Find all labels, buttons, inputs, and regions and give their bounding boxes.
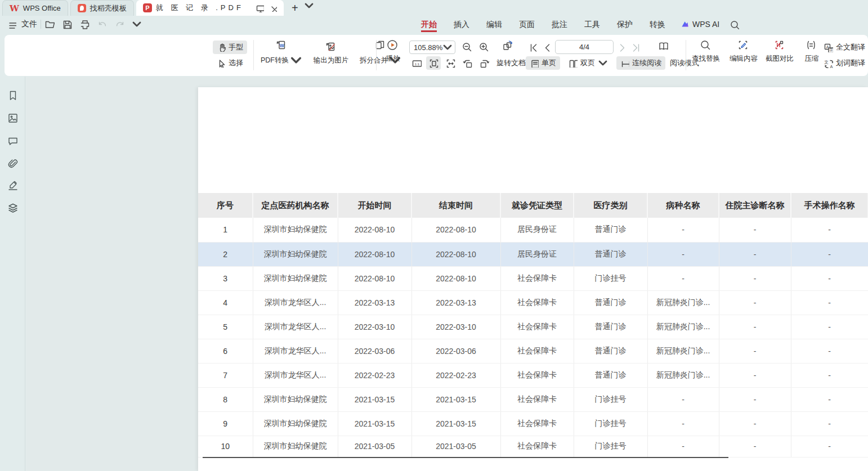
menu-bar: 文件 开始 插入 编辑 页面 批注 工具 保护 转换 WP <box>0 16 868 33</box>
tab-list-chevron-icon[interactable] <box>304 1 314 11</box>
full-translate-button[interactable]: A字 全文翻译 <box>820 41 868 54</box>
monitor-icon[interactable] <box>256 4 264 12</box>
close-tab-icon[interactable] <box>270 5 277 12</box>
table-row: 10深圳市妇幼保健院2021-03-052021-03-05社会保障卡门诊挂号-… <box>198 436 868 457</box>
table-cell: 深圳市妇幼保健院 <box>253 242 338 266</box>
menu-item-edit[interactable]: 编辑 <box>478 16 511 33</box>
open-folder-icon[interactable] <box>44 19 55 29</box>
thumbnail-icon[interactable] <box>7 113 18 123</box>
column-header: 医疗类别 <box>574 193 647 218</box>
find-replace-icon <box>700 39 712 52</box>
select-tool-button[interactable]: 选择 <box>213 56 247 70</box>
next-page-button[interactable] <box>615 41 628 54</box>
layers-icon[interactable] <box>7 203 18 213</box>
new-tab-button[interactable]: + <box>292 0 298 16</box>
hand-tool-button[interactable]: 手型 <box>213 41 247 54</box>
svg-text:A: A <box>830 64 833 68</box>
attachment-icon[interactable] <box>7 158 18 169</box>
single-page-button[interactable]: 单页 <box>526 56 560 70</box>
file-menu[interactable]: 文件 <box>21 19 37 29</box>
tab-bar: W WPS Office 找稻壳模板 P 就 医 记 录 .PDF + <box>0 0 868 16</box>
redo-icon[interactable] <box>114 19 124 29</box>
table-cell: - <box>791 411 868 436</box>
menu-item-insert[interactable]: 插入 <box>445 16 478 33</box>
double-page-button[interactable]: 双页 <box>565 56 612 70</box>
table-cell: 2022-08-10 <box>338 218 411 242</box>
hamburger-icon[interactable] <box>8 20 16 29</box>
prev-page-button[interactable] <box>541 41 553 54</box>
fit-width-button[interactable] <box>443 56 458 70</box>
document-viewport[interactable]: 序号定点医药机构名称开始时间结束时间就诊凭证类型医疗类别病种名称住院主诊断名称手… <box>26 77 868 471</box>
table-cell: 2 <box>198 242 253 266</box>
menu-item-protect[interactable]: 保护 <box>609 16 641 33</box>
menu-item-home[interactable]: 开始 <box>413 16 445 33</box>
pdf-convert-icon: W <box>275 39 288 52</box>
undo-icon[interactable] <box>97 19 107 29</box>
play-button[interactable]: 播放 <box>381 39 405 64</box>
table-cell: 2022-08-10 <box>411 218 500 242</box>
menu-item-tools[interactable]: 工具 <box>576 16 609 33</box>
tab-document[interactable]: P 就 医 记 录 .PDF <box>136 0 284 16</box>
bookmark-icon[interactable] <box>7 90 18 101</box>
table-cell: - <box>647 266 719 290</box>
search-icon[interactable] <box>730 20 739 29</box>
word-translate-icon: 文A <box>824 59 833 68</box>
table-body: 1深圳市妇幼保健院2022-08-102022-08-10居民身份证普通门诊--… <box>198 218 868 457</box>
table-cell: 10 <box>198 436 253 457</box>
tab-wps-office[interactable]: W WPS Office <box>2 0 68 16</box>
menu-item-page[interactable]: 页面 <box>511 16 543 33</box>
fit-page-button[interactable] <box>426 56 441 70</box>
zoom-level-select[interactable]: 105.88% <box>409 41 455 54</box>
quick-tools-chevron-icon[interactable] <box>132 19 142 29</box>
divider <box>376 40 377 70</box>
page-indicator-input[interactable]: 4/4 <box>555 40 614 54</box>
menu-item-comment[interactable]: 批注 <box>543 16 576 33</box>
export-image-button[interactable]: 输出为图片 <box>307 39 355 66</box>
table-cell: - <box>719 436 791 457</box>
document-title: 就 医 记 录 .PDF <box>156 3 244 13</box>
signature-icon[interactable] <box>7 180 18 191</box>
print-icon[interactable] <box>79 19 90 29</box>
zoom-in-icon[interactable] <box>478 42 489 52</box>
table-cell: 普通门诊 <box>574 315 647 339</box>
menu-item-wps-ai[interactable]: WPS AI <box>681 20 719 29</box>
table-cell: 社会保障卡 <box>500 436 574 457</box>
first-page-icon <box>528 42 538 52</box>
table-cell: 普通门诊 <box>574 363 647 387</box>
table-row: 5深圳市龙华区人...2022-03-102022-03-10社会保障卡普通门诊… <box>198 315 868 339</box>
table-cell: 社会保障卡 <box>500 290 574 315</box>
table-cell: 2022-03-06 <box>411 339 500 363</box>
last-page-icon <box>630 42 641 52</box>
rotate-right-button[interactable] <box>477 56 491 70</box>
save-icon[interactable] <box>62 19 72 29</box>
word-translate-button[interactable]: 文A 划词翻译 <box>820 56 868 70</box>
zoom-out-icon[interactable] <box>462 42 472 52</box>
edit-content-button[interactable]: 编辑内容 <box>726 39 761 64</box>
rotate-left-icon <box>462 58 472 68</box>
table-cell: 8 <box>198 387 253 411</box>
screenshot-compare-button[interactable]: 截图对比 <box>762 39 797 64</box>
table-cell: - <box>719 387 791 411</box>
tab-docer[interactable]: 找稻壳模板 <box>70 0 134 16</box>
read-mode-icon[interactable] <box>658 41 672 54</box>
table-cell: 2022-02-23 <box>338 363 411 387</box>
rotate-left-button[interactable] <box>460 56 475 70</box>
divider <box>686 40 686 70</box>
table-cell: 2021-03-15 <box>338 411 411 436</box>
continuous-reading-button[interactable]: 连续阅读 <box>616 56 665 70</box>
wps-logo-icon: W <box>10 3 19 14</box>
find-replace-button[interactable]: 查找替换 <box>687 39 725 64</box>
cursor-icon <box>217 59 226 68</box>
table-row: 3深圳市妇幼保健院2022-08-102022-08-10社会保障卡门诊挂号--… <box>198 266 868 290</box>
rotate-pages-icon[interactable] <box>502 40 516 53</box>
first-page-button[interactable] <box>527 41 539 54</box>
actual-size-button[interactable]: 1:1 <box>409 56 424 70</box>
last-page-button[interactable] <box>629 41 642 54</box>
table-cell: 3 <box>198 266 253 290</box>
rotate-doc-label[interactable]: 旋转文档 <box>496 58 526 68</box>
comment-icon[interactable] <box>7 136 18 146</box>
pdf-convert-button[interactable]: W PDF转换 <box>259 39 304 66</box>
prev-page-icon <box>542 42 552 52</box>
menu-item-convert[interactable]: 转换 <box>641 16 674 33</box>
export-image-icon <box>325 41 337 53</box>
